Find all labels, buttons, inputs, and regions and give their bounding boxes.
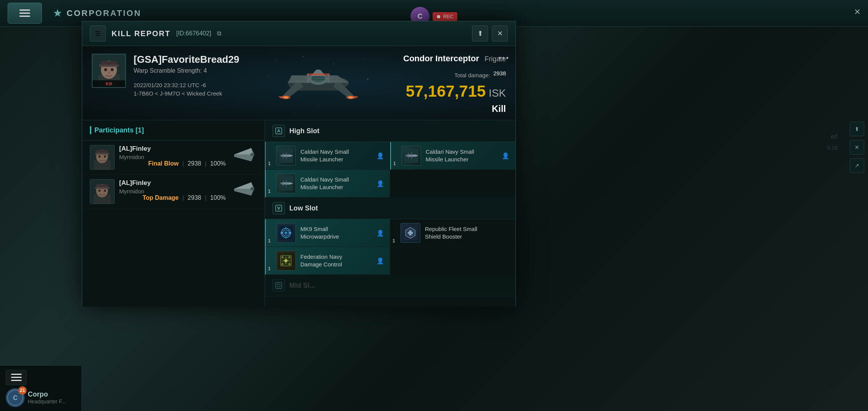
participant-1-stats: Final Blow | 2938 | 100% <box>119 160 226 167</box>
high-slot-svg-icon <box>275 127 282 135</box>
shield-booster-icon <box>400 223 420 243</box>
corp-bottom-name: Corpo <box>28 390 66 398</box>
high-slot-item-1[interactable]: 1 Caldari Navy SmallMissile La <box>265 142 390 170</box>
svg-rect-48 <box>96 185 108 188</box>
svg-point-26 <box>283 96 289 99</box>
right-action-2[interactable]: ✕ <box>850 140 864 155</box>
sidebar-line-2 <box>11 377 22 378</box>
close-icon: ✕ <box>497 29 503 38</box>
ship-class: Frigate <box>485 55 506 63</box>
right-action-bar: ⬆ ✕ ↗ <box>850 122 864 173</box>
low-item-1-user-icon: 👤 <box>377 229 384 237</box>
close-dialog-button[interactable]: ✕ <box>492 25 508 41</box>
low-slot-icon <box>273 202 285 214</box>
participant-2-info: [AL]Finley Myrmidon Top Damage | 2938 | … <box>119 179 226 201</box>
participant-2-avatar-inner <box>90 180 114 204</box>
low-slot-item-1[interactable]: 1 <box>265 219 390 247</box>
svg-rect-60 <box>280 155 282 156</box>
total-damage-value: 2938 <box>493 70 506 76</box>
low-slot-item-2[interactable]: 1 Republic Fl <box>390 219 515 247</box>
mwd-icon <box>276 223 296 243</box>
export-icon: ⬆ <box>477 29 483 38</box>
svg-point-13 <box>268 75 269 76</box>
fittings-panel: High Slot 1 <box>265 120 515 307</box>
hamburger-button[interactable] <box>8 3 42 24</box>
high-slot-item-3[interactable]: 1 Caldari Navy SmallMissile La <box>265 170 390 198</box>
dialog-title: KILL REPORT <box>112 29 171 38</box>
damage-row: Total damage: 2938 <box>396 68 506 78</box>
copy-id-button[interactable]: ⧉ <box>217 30 221 37</box>
missile-launcher-icon-1 <box>276 146 296 166</box>
svg-point-96 <box>289 256 290 258</box>
participant-2-pct: 100% <box>210 194 226 201</box>
participant-2-ship: Myrmidon <box>119 188 226 194</box>
participant-item[interactable]: [AL]Finley Myrmidon Final Blow | 2938 | … <box>82 140 265 175</box>
final-blow-badge: Final Blow <box>148 160 179 167</box>
rec-label: REC <box>443 14 453 19</box>
right-action-1[interactable]: ⬆ <box>850 122 864 136</box>
sidebar-menu-button[interactable] <box>6 370 27 385</box>
low-slot-grid: 1 <box>265 219 515 275</box>
corp-bottom-icon: C 21 <box>6 388 25 407</box>
missile-launcher-svg-3 <box>279 176 293 191</box>
rec-indicator: ⏺ REC <box>432 12 457 21</box>
ship-image-area <box>242 46 394 120</box>
participants-header: Participants [1] <box>82 120 265 140</box>
svg-point-98 <box>289 263 290 265</box>
participant-1-weapon <box>230 145 257 164</box>
low-item-count-2: 1 <box>393 238 395 244</box>
window-close-button[interactable]: × <box>854 6 860 18</box>
low-item-count-3: 1 <box>268 266 271 271</box>
svg-point-41 <box>104 155 106 158</box>
participant-1-damage: 2938 <box>188 160 201 167</box>
participant-2-stats: Top Damage | 2938 | 100% <box>119 194 226 201</box>
high-slot-header: High Slot <box>265 120 515 142</box>
svg-point-11 <box>333 64 334 64</box>
background-text-2: 0.18 <box>827 145 838 151</box>
isk-label: ISK <box>489 87 506 99</box>
background-text-1: ed <box>831 133 838 140</box>
svg-point-94 <box>284 259 287 262</box>
rig-slot-icon <box>273 279 285 292</box>
low-slot-item-2-name: Republic Fleet SmallShield Booster <box>425 225 509 241</box>
svg-point-51 <box>104 190 106 192</box>
isk-row: 57,167,715 ISK <box>396 80 506 100</box>
ship-name: Condor Interceptor <box>403 54 479 63</box>
low-slot-item-3-name: Federation NavyDamage Control <box>300 253 372 269</box>
mwd-svg <box>279 226 293 240</box>
high-slot-title: High Slot <box>289 127 319 135</box>
svg-marker-43 <box>234 148 253 155</box>
missile-launcher-icon-3 <box>276 174 296 193</box>
right-action-3[interactable]: ↗ <box>850 158 864 173</box>
item-count-2: 1 <box>393 161 396 166</box>
export-button[interactable]: ⬆ <box>472 25 488 41</box>
rec-dot: ⏺ <box>436 14 441 19</box>
dialog-menu-button[interactable]: ☰ <box>90 25 106 41</box>
weapon-2-icon <box>232 180 255 198</box>
participants-bar <box>90 126 91 134</box>
high-slot-item-2[interactable]: 1 Caldari Navy SmallMissile La <box>390 142 515 170</box>
damage-control-svg <box>279 253 293 268</box>
low-slot-item-1-name: MK9 SmallMicrowarpdrive <box>300 225 372 241</box>
corp-bottom-area: C 21 Corpo Headquarter F... <box>0 388 81 407</box>
svg-rect-39 <box>95 153 110 155</box>
low-slot-header: Low Slot <box>265 198 515 219</box>
total-damage-label: Total damage: <box>454 72 490 78</box>
svg-marker-34 <box>307 73 330 75</box>
high-slot-item-1-name: Caldari Navy SmallMissile Launcher <box>300 148 372 164</box>
participant-2-damage: 2938 <box>188 194 201 201</box>
svg-rect-38 <box>96 150 108 153</box>
svg-point-15 <box>318 105 319 106</box>
hamburger-icon <box>19 10 30 17</box>
participant-2-avatar <box>90 179 115 204</box>
svg-point-95 <box>282 256 284 258</box>
ship-stats-section: Condor Interceptor Frigate Total damage:… <box>386 46 515 120</box>
participant-1-avatar <box>90 145 115 170</box>
left-sidebar-bottom: C 21 Corpo Headquarter F... <box>0 365 82 411</box>
svg-point-100 <box>277 284 280 287</box>
participant-item[interactable]: [AL]Finley Myrmidon Top Damage | 2938 | … <box>82 175 265 209</box>
low-slot-item-3[interactable]: 1 <box>265 247 390 275</box>
svg-rect-81 <box>281 232 283 234</box>
item-1-user-icon: 👤 <box>377 152 384 159</box>
kill-badge: Kill <box>93 80 125 87</box>
